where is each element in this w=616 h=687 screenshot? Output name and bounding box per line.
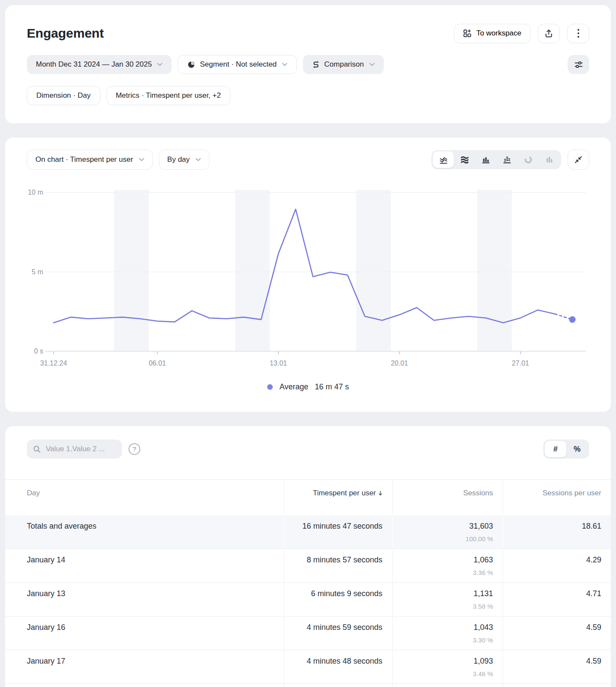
segment-pie-icon — [187, 61, 195, 69]
page: Engagement To workspace — [0, 0, 616, 687]
sessions-cell: 1,0633.36 % — [392, 549, 503, 583]
timespent-cell: 8 minutes 57 seconds — [284, 549, 392, 583]
comparison-filter[interactable]: Comparison — [303, 55, 384, 74]
workspace-icon — [463, 29, 472, 38]
more-menu-button[interactable] — [567, 24, 589, 43]
timespent-line-chart[interactable]: 10 m5 m0 s31.12.2406.0113.0120.0127.01 — [5, 138, 611, 412]
svg-text:20.01: 20.01 — [391, 360, 408, 367]
dimension-chip[interactable]: Dimension · Day — [27, 86, 100, 105]
sessions-cell: 31,603100.00 % — [392, 515, 503, 549]
segment-filter[interactable]: Segment · Not selected — [178, 55, 297, 74]
date-range-label: Month Dec 31 2024 — Jan 30 2025 — [36, 60, 152, 69]
chart-type-switcher — [431, 150, 561, 169]
collapse-icon — [574, 155, 583, 164]
chevron-down-icon — [139, 158, 144, 161]
bar-chart-type-button[interactable] — [475, 151, 496, 168]
metrics-label: Metrics · Timespent per user, +2 — [116, 91, 221, 100]
table-row-totals: Totals and averages 16 minutes 47 second… — [5, 515, 611, 549]
collapse-widget-button[interactable] — [568, 150, 589, 170]
share-button[interactable] — [538, 24, 560, 43]
dimension-table: Day Timespent per user Sessions Sessions… — [5, 479, 611, 687]
timespent-cell: 4 minutes 48 seconds — [284, 650, 392, 684]
day-cell: January 16 — [5, 616, 284, 650]
value-mode-toggle: # % — [543, 440, 589, 459]
search-input[interactable] — [45, 444, 116, 454]
timespent-cell: 16 minutes 47 seconds — [284, 515, 392, 549]
chevron-down-icon — [195, 158, 201, 161]
svg-text:0 s: 0 s — [34, 347, 43, 355]
table-row: January 17 4 minutes 48 seconds 1,0933.4… — [5, 650, 611, 684]
on-chart-label: On chart · Timespent per user — [35, 155, 133, 164]
day-cell: January 17 — [5, 650, 284, 684]
sessions-per-user-cell: 4.71 — [503, 583, 611, 616]
stacked-area-chart-type-button[interactable] — [454, 151, 475, 168]
comparison-label: Comparison — [324, 60, 364, 69]
legend-series-value: 16 m 47 s — [315, 382, 349, 392]
chart-card: On chart · Timespent per user By day — [5, 138, 611, 412]
search-icon — [33, 445, 41, 453]
segment-label: Segment · Not selected — [200, 60, 277, 69]
kebab-icon — [577, 29, 580, 38]
chevron-down-icon — [282, 63, 287, 66]
svg-text:31.12.24: 31.12.24 — [40, 360, 67, 367]
metrics-chip[interactable]: Metrics · Timespent per user, +2 — [106, 86, 230, 105]
share-icon — [544, 29, 553, 38]
timespent-cell: 6 minutes 9 seconds — [284, 583, 392, 616]
page-title: Engagement — [27, 26, 104, 41]
svg-text:13.01: 13.01 — [270, 360, 287, 367]
granularity-label: By day — [167, 155, 190, 164]
svg-text:?: ? — [132, 445, 136, 453]
date-range-filter[interactable]: Month Dec 31 2024 — Jan 30 2025 — [27, 55, 172, 74]
table-row: January 16 4 minutes 59 seconds 1,0433.3… — [5, 616, 611, 650]
table-search[interactable] — [27, 440, 122, 459]
numbers-mode-button[interactable]: # — [545, 441, 566, 457]
legend-dot — [267, 384, 273, 390]
column-chart-type-button[interactable] — [539, 151, 560, 168]
svg-text:10 m: 10 m — [28, 189, 43, 196]
table-row: January 14 8 minutes 57 seconds 1,0633.3… — [5, 549, 611, 583]
day-cell: Totals and averages — [5, 515, 284, 549]
column-header-sessions[interactable]: Sessions — [392, 480, 503, 515]
column-chart-icon — [545, 155, 554, 164]
bar-chart-icon — [481, 155, 491, 164]
stacked-area-icon — [460, 155, 469, 164]
pie-chart-type-button[interactable] — [517, 151, 539, 168]
svg-text:27.01: 27.01 — [512, 360, 529, 367]
question-icon: ? — [128, 443, 141, 456]
on-chart-metric-selector[interactable]: On chart · Timespent per user — [27, 150, 153, 170]
sessions-per-user-cell: 4.29 — [503, 549, 611, 583]
line-chart-icon — [439, 155, 448, 164]
sessions-cell: 1,0933.46 % — [392, 650, 503, 684]
to-workspace-label: To workspace — [476, 29, 521, 38]
comparison-icon — [312, 61, 320, 68]
sessions-per-user-cell: 4.59 — [503, 616, 611, 650]
day-cell: January 14 — [5, 549, 284, 583]
granularity-selector[interactable]: By day — [159, 150, 210, 170]
column-header-sessions-per-user[interactable]: Sessions per user — [503, 480, 611, 515]
chevron-down-icon — [157, 63, 163, 66]
percent-mode-button[interactable]: % — [566, 441, 588, 457]
legend-series-name: Average — [280, 382, 309, 392]
svg-text:5 m: 5 m — [32, 268, 43, 276]
sliders-icon — [574, 60, 583, 69]
table-row: January 13 6 minutes 9 seconds 1,1313.58… — [5, 583, 611, 616]
search-help-button[interactable]: ? — [128, 443, 141, 456]
column-header-timespent[interactable]: Timespent per user — [284, 480, 392, 515]
svg-text:06.01: 06.01 — [149, 360, 166, 367]
report-settings-button[interactable] — [568, 55, 589, 74]
line-chart-type-button[interactable] — [433, 151, 454, 168]
sessions-cell: 1,1313.58 % — [392, 583, 503, 616]
column-header-day[interactable]: Day — [5, 480, 284, 515]
chart-legend[interactable]: Average 16 m 47 s — [5, 382, 611, 392]
to-workspace-button[interactable]: To workspace — [454, 24, 530, 43]
sort-descending-icon — [378, 489, 383, 498]
timespent-cell: 4 minutes 59 seconds — [284, 616, 392, 650]
sessions-per-user-cell: 4.59 — [503, 650, 611, 684]
stacked-bar-chart-type-button[interactable] — [496, 151, 517, 168]
stacked-bar-chart-icon — [502, 155, 512, 164]
report-header-card: Engagement To workspace — [5, 5, 611, 123]
dimension-label: Dimension · Day — [36, 91, 91, 100]
pie-chart-icon — [523, 155, 533, 164]
sessions-per-user-cell: 18.61 — [503, 515, 611, 549]
day-cell: January 13 — [5, 583, 284, 616]
